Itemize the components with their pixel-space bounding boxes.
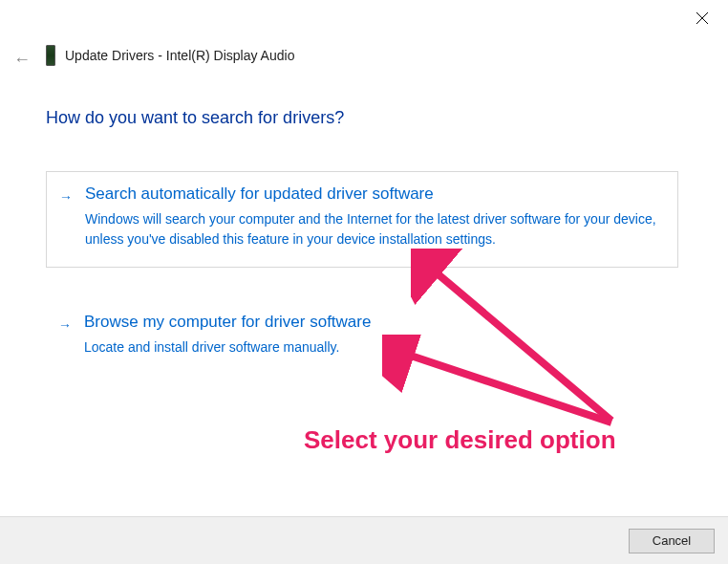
device-icon [46,45,55,66]
back-arrow-icon: ← [13,50,31,69]
cancel-button[interactable]: Cancel [629,529,715,553]
close-button[interactable] [696,11,711,27]
window-title: Update Drivers - Intel(R) Display Audio [65,48,294,63]
option-search-automatically[interactable]: → Search automatically for updated drive… [46,171,678,268]
option-browse-computer[interactable]: → Browse my computer for driver software… [46,300,678,375]
close-icon [696,11,709,25]
footer-bar: Cancel [0,516,728,564]
option-description: Locate and install driver software manua… [84,337,661,358]
window-header: Update Drivers - Intel(R) Display Audio [46,45,294,66]
page-heading: How do you want to search for drivers? [46,108,344,128]
arrow-right-icon: → [58,317,72,333]
option-title: Search automatically for updated driver … [85,184,660,204]
arrow-right-icon: → [59,189,73,205]
option-title: Browse my computer for driver software [84,313,661,332]
annotation-label: Select your desired option [304,425,616,455]
back-button[interactable]: ← [13,50,31,70]
option-description: Windows will search your computer and th… [85,209,660,249]
